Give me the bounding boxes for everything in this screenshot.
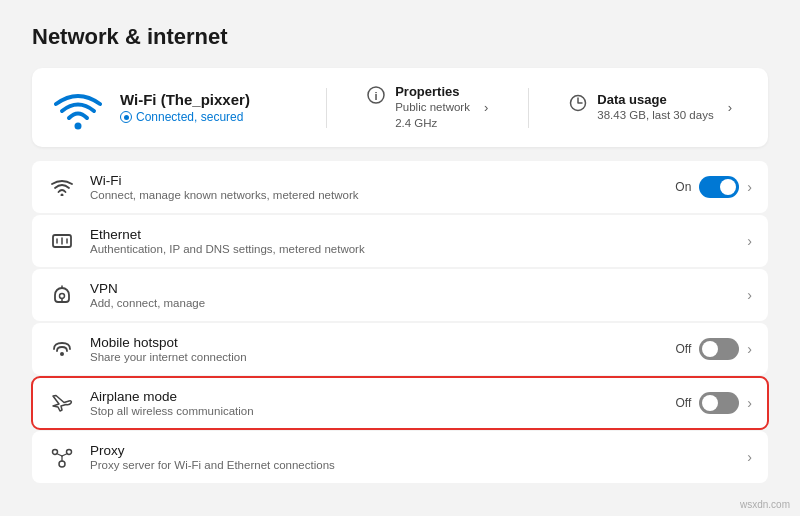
wifi-banner[interactable]: Wi-Fi (The_pixxer) Connected, secured i … — [32, 68, 768, 147]
airplane-mode-item-subtitle: Stop all wireless communication — [90, 405, 662, 417]
settings-item-vpn[interactable]: VPN Add, connect, manage › — [32, 269, 768, 321]
svg-line-17 — [62, 454, 68, 457]
mobile-hotspot-toggle-label: Off — [676, 342, 692, 356]
data-usage-chevron: › — [728, 100, 732, 115]
airplane-mode-item-title: Airplane mode — [90, 389, 662, 404]
properties-icon: i — [367, 86, 385, 108]
wifi-item-right: On › — [675, 176, 752, 198]
proxy-item-title: Proxy — [90, 443, 733, 458]
svg-point-4 — [61, 194, 64, 197]
watermark: wsxdn.com — [740, 499, 790, 510]
wifi-icon — [48, 173, 76, 201]
wifi-large-icon — [52, 86, 104, 130]
wifi-network-name: Wi-Fi (The_pixxer) — [120, 91, 302, 108]
mobile-hotspot-toggle-thumb — [702, 341, 718, 357]
proxy-item-text: Proxy Proxy server for Wi-Fi and Etherne… — [90, 443, 733, 471]
vpn-chevron: › — [747, 287, 752, 303]
ethernet-item-text: Ethernet Authentication, IP and DNS sett… — [90, 227, 733, 255]
vpn-item-right: › — [747, 287, 752, 303]
data-usage-section[interactable]: Data usage 38.43 GB, last 30 days › — [553, 92, 748, 123]
proxy-icon — [48, 443, 76, 471]
properties-section[interactable]: i Properties Public network 2.4 GHz › — [351, 84, 504, 131]
wifi-item-text: Wi-Fi Connect, manage known networks, me… — [90, 173, 661, 201]
mobile-hotspot-toggle[interactable] — [699, 338, 739, 360]
svg-point-12 — [59, 461, 65, 467]
airplane-mode-toggle-thumb — [702, 395, 718, 411]
mobile-hotspot-item-subtitle: Share your internet connection — [90, 351, 662, 363]
banner-divider-1 — [326, 88, 327, 128]
wifi-network-info: Wi-Fi (The_pixxer) Connected, secured — [120, 91, 302, 124]
airplane-mode-toggle-label: Off — [676, 396, 692, 410]
settings-item-mobile-hotspot[interactable]: Mobile hotspot Share your internet conne… — [32, 323, 768, 375]
proxy-chevron: › — [747, 449, 752, 465]
network-internet-page: Network & internet Wi-Fi (The_pixxer) Co… — [0, 0, 800, 516]
mobile-hotspot-item-text: Mobile hotspot Share your internet conne… — [90, 335, 662, 363]
airplane-mode-chevron: › — [747, 395, 752, 411]
ethernet-icon — [48, 227, 76, 255]
wifi-item-title: Wi-Fi — [90, 173, 661, 188]
wifi-item-subtitle: Connect, manage known networks, metered … — [90, 189, 661, 201]
settings-item-wifi[interactable]: Wi-Fi Connect, manage known networks, me… — [32, 161, 768, 213]
mobile-hotspot-icon — [48, 335, 76, 363]
mobile-hotspot-item-right: Off › — [676, 338, 752, 360]
vpn-item-subtitle: Add, connect, manage — [90, 297, 733, 309]
airplane-mode-icon — [48, 389, 76, 417]
vpn-item-title: VPN — [90, 281, 733, 296]
mobile-hotspot-chevron: › — [747, 341, 752, 357]
settings-item-proxy[interactable]: Proxy Proxy server for Wi-Fi and Etherne… — [32, 431, 768, 483]
wifi-network-status: Connected, secured — [120, 110, 302, 124]
airplane-mode-item-text: Airplane mode Stop all wireless communic… — [90, 389, 662, 417]
data-usage-text: Data usage 38.43 GB, last 30 days — [597, 92, 713, 123]
svg-text:i: i — [375, 90, 378, 102]
proxy-item-subtitle: Proxy server for Wi-Fi and Ethernet conn… — [90, 459, 733, 471]
proxy-item-right: › — [747, 449, 752, 465]
properties-chevron: › — [484, 100, 488, 115]
banner-divider-2 — [528, 88, 529, 128]
wifi-toggle-thumb — [720, 179, 736, 195]
mobile-hotspot-item-title: Mobile hotspot — [90, 335, 662, 350]
settings-item-airplane-mode[interactable]: Airplane mode Stop all wireless communic… — [32, 377, 768, 429]
wifi-toggle-label: On — [675, 180, 691, 194]
settings-list: Wi-Fi Connect, manage known networks, me… — [32, 161, 768, 483]
wifi-status-icon — [120, 111, 132, 123]
wifi-toggle[interactable] — [699, 176, 739, 198]
ethernet-item-title: Ethernet — [90, 227, 733, 242]
svg-line-16 — [57, 454, 63, 457]
vpn-item-text: VPN Add, connect, manage — [90, 281, 733, 309]
vpn-icon — [48, 281, 76, 309]
airplane-mode-toggle[interactable] — [699, 392, 739, 414]
ethernet-item-subtitle: Authentication, IP and DNS settings, met… — [90, 243, 733, 255]
wifi-chevron: › — [747, 179, 752, 195]
data-usage-icon — [569, 94, 587, 116]
ethernet-item-right: › — [747, 233, 752, 249]
properties-text: Properties Public network 2.4 GHz — [395, 84, 470, 131]
airplane-mode-item-right: Off › — [676, 392, 752, 414]
settings-item-ethernet[interactable]: Ethernet Authentication, IP and DNS sett… — [32, 215, 768, 267]
page-title: Network & internet — [32, 24, 768, 50]
svg-point-0 — [75, 122, 82, 129]
svg-point-11 — [60, 352, 64, 356]
ethernet-chevron: › — [747, 233, 752, 249]
